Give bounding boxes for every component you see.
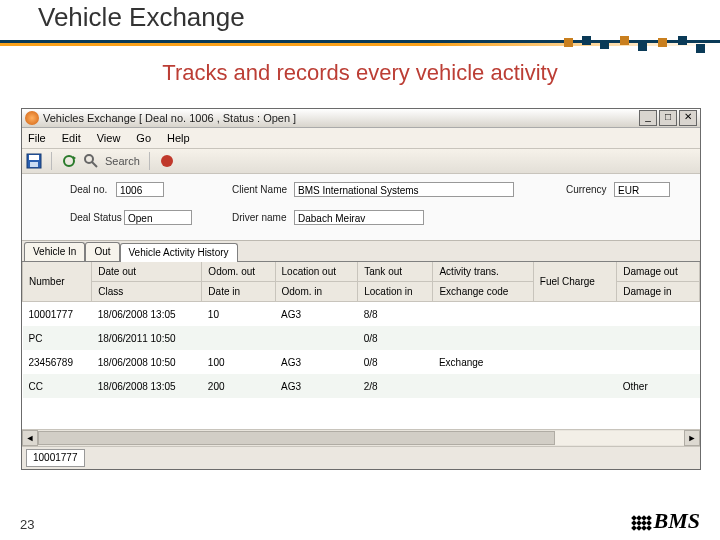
page-title: Vehicle Exchange — [38, 2, 245, 33]
bms-logo: BMS — [632, 508, 700, 534]
activity-grid[interactable]: Number Date out Odom. out Location out T… — [22, 262, 700, 398]
table-row[interactable]: 1000177718/06/2008 13:0510AG38/8 — [23, 302, 700, 327]
currency-field[interactable]: EUR — [614, 182, 670, 197]
save-icon[interactable] — [26, 153, 42, 169]
col-location-out[interactable]: Location out — [275, 262, 358, 282]
table-row[interactable]: PC18/06/2011 10:500/8 — [23, 326, 700, 350]
decorative-squares — [560, 36, 720, 60]
close-button[interactable]: ✕ — [679, 110, 697, 126]
deal-status-field[interactable]: Open — [124, 210, 192, 225]
grid-area: Number Date out Odom. out Location out T… — [22, 262, 700, 446]
currency-label: Currency — [566, 184, 607, 195]
search-icon[interactable] — [83, 153, 99, 169]
table-row[interactable]: CC18/06/2008 13:05200AG32/8Other — [23, 374, 700, 398]
svg-point-7 — [161, 155, 173, 167]
scroll-track[interactable] — [38, 431, 684, 445]
deal-no-label: Deal no. — [70, 184, 107, 195]
footer-selection: 10001777 — [26, 449, 85, 467]
refresh-icon[interactable] — [61, 153, 77, 169]
app-footer: 10001777 — [22, 446, 700, 469]
menu-help[interactable]: Help — [167, 132, 190, 144]
menu-edit[interactable]: Edit — [62, 132, 81, 144]
menu-go[interactable]: Go — [136, 132, 151, 144]
col-tank-out[interactable]: Tank out — [358, 262, 433, 282]
col-date-out[interactable]: Date out — [92, 262, 202, 282]
app-icon — [25, 111, 39, 125]
tab-vehicle-in[interactable]: Vehicle In — [24, 242, 85, 261]
app-window: Vehicles Exchange [ Deal no. 1006 , Stat… — [21, 108, 701, 470]
col-location-in[interactable]: Location in — [358, 282, 433, 302]
col-fuel-charge[interactable]: Fuel Charge — [533, 262, 616, 302]
deal-no-field[interactable]: 1006 — [116, 182, 164, 197]
search-label: Search — [105, 155, 140, 167]
menu-file[interactable]: File — [28, 132, 46, 144]
app-window-title: Vehicles Exchange [ Deal no. 1006 , Stat… — [43, 112, 637, 124]
col-exchange-code[interactable]: Exchange code — [433, 282, 533, 302]
stop-icon[interactable] — [159, 153, 175, 169]
col-date-in[interactable]: Date in — [202, 282, 275, 302]
page-number: 23 — [20, 517, 34, 532]
table-row[interactable]: 2345678918/06/2008 10:50100AG30/8Exchang… — [23, 350, 700, 374]
form-area: Deal no. 1006 Deal Status Open Client Na… — [22, 174, 700, 241]
subtitle: Tracks and records every vehicle activit… — [0, 60, 720, 86]
app-titlebar: Vehicles Exchange [ Deal no. 1006 , Stat… — [22, 109, 700, 128]
col-number[interactable]: Number — [23, 262, 92, 302]
tab-vehicle-activity-history[interactable]: Vehicle Activity History — [120, 243, 238, 262]
col-damage-out[interactable]: Damage out — [617, 262, 700, 282]
col-damage-in[interactable]: Damage in — [617, 282, 700, 302]
tab-strip: Vehicle In Out Vehicle Activity History — [22, 241, 700, 262]
svg-point-5 — [85, 155, 93, 163]
minimize-button[interactable]: _ — [639, 110, 657, 126]
horizontal-scrollbar[interactable]: ◄ ► — [22, 429, 700, 446]
menubar: File Edit View Go Help — [22, 128, 700, 149]
menu-view[interactable]: View — [97, 132, 121, 144]
client-name-label: Client Name — [232, 184, 287, 195]
svg-point-3 — [64, 156, 74, 166]
scroll-left-arrow[interactable]: ◄ — [22, 430, 38, 446]
maximize-button[interactable]: □ — [659, 110, 677, 126]
svg-line-6 — [92, 162, 97, 167]
client-name-field[interactable]: BMS International Systems — [294, 182, 514, 197]
driver-name-field[interactable]: Dabach Meirav — [294, 210, 424, 225]
tab-out[interactable]: Out — [85, 242, 119, 261]
col-odom-in[interactable]: Odom. in — [275, 282, 358, 302]
deal-status-label: Deal Status — [70, 212, 122, 223]
col-activity-trans[interactable]: Activity trans. — [433, 262, 533, 282]
scroll-thumb[interactable] — [38, 431, 555, 445]
driver-name-label: Driver name — [232, 212, 286, 223]
toolbar: Search — [22, 149, 700, 174]
logo-icon — [632, 516, 651, 530]
col-odom-out[interactable]: Odom. out — [202, 262, 275, 282]
svg-rect-2 — [30, 162, 38, 167]
svg-rect-1 — [29, 155, 39, 160]
scroll-right-arrow[interactable]: ► — [684, 430, 700, 446]
col-class[interactable]: Class — [92, 282, 202, 302]
